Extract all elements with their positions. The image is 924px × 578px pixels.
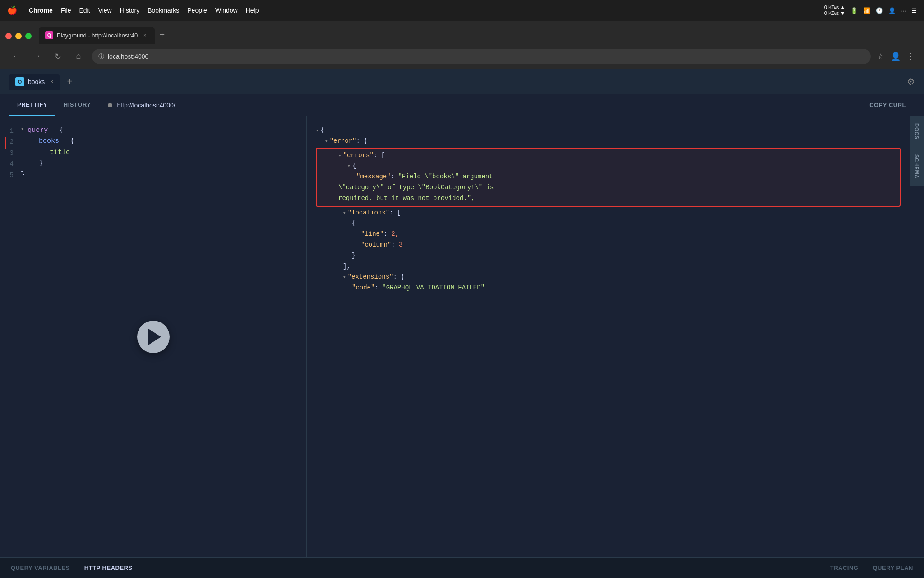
brace-open-2: {	[66, 136, 74, 147]
collapse-arrow-error[interactable]: ▾	[325, 137, 328, 146]
error-colon: : {	[356, 136, 367, 147]
menubar-file[interactable]: File	[61, 7, 71, 14]
errors-key: "errors"	[343, 150, 374, 161]
response-line-loc-close: }	[316, 251, 901, 261]
message-value: "Field \"books\" argument	[398, 172, 493, 182]
home-button[interactable]: ⌂	[71, 49, 86, 64]
column-value: 3	[399, 240, 402, 251]
obj-open-brace: {	[352, 161, 356, 172]
mac-menubar: 🍎 Chrome File Edit View History Bookmark…	[0, 0, 924, 21]
prettify-button[interactable]: PRETTIFY	[9, 94, 55, 116]
field-title: title	[50, 147, 70, 158]
side-panel-buttons: DOCS SCHEMA	[910, 116, 924, 557]
root-brace-open: {	[321, 125, 324, 136]
message-value-cont: \"category\" of type \"BookCategory!\" i…	[338, 182, 494, 193]
line-number-1: 1	[5, 125, 14, 136]
battery-icon: 🔋	[850, 7, 858, 14]
playground-toolbar: PRETTIFY HISTORY http://localhost:4000/ …	[0, 94, 924, 116]
tab-close-button[interactable]: ×	[141, 32, 148, 39]
menubar-view[interactable]: View	[98, 7, 112, 14]
collapse-arrow-extensions[interactable]: ▾	[343, 273, 346, 282]
history-button[interactable]: HISTORY	[55, 94, 99, 116]
apple-icon[interactable]: 🍎	[7, 5, 17, 15]
message-value-end: required, but it was not provided.",	[338, 193, 475, 204]
execute-query-button[interactable]	[137, 321, 170, 353]
loc-obj-close: }	[352, 251, 356, 261]
menubar-bookmarks[interactable]: Bookmarks	[148, 7, 179, 14]
docs-button[interactable]: DOCS	[910, 116, 924, 147]
url-bar[interactable]: ⓘ localhost:4000	[92, 49, 871, 64]
tracing-button[interactable]: TRACING	[830, 564, 859, 571]
response-line-message-end: required, but it was not provided.",	[320, 193, 896, 204]
response-line-root: ▾ {	[316, 125, 901, 136]
playground-tab-add[interactable]: +	[63, 75, 76, 88]
browser-tab[interactable]: Q Playground - http://localhost:40 ×	[39, 27, 155, 44]
collapse-arrow-root[interactable]: ▾	[316, 126, 319, 135]
code-line-5: 5 }	[5, 169, 297, 180]
response-line-message: "message" : "Field \"books\" argument	[320, 172, 896, 182]
line-number-3: 3	[5, 147, 14, 158]
query-editor[interactable]: 1 ▾ query { 2 books { 3 title 4 }	[0, 116, 307, 557]
bookmark-icon[interactable]: ☆	[877, 51, 884, 61]
profile-icon[interactable]: 👤	[891, 51, 901, 61]
response-line-error: ▾ "error" : {	[316, 136, 901, 147]
locations-bracket-close: ],	[343, 261, 351, 272]
schema-button[interactable]: SCHEMA	[910, 147, 924, 186]
back-button[interactable]: ←	[9, 49, 23, 64]
new-tab-button[interactable]: +	[155, 28, 169, 42]
response-line-extensions: ▾ "extensions" : {	[316, 272, 901, 283]
response-line-locations-close: ],	[316, 261, 901, 272]
code-line-2: 2 books {	[5, 136, 297, 147]
errors-bracket-open: : [	[374, 150, 385, 161]
response-line-column: "column" : 3	[316, 240, 901, 251]
menubar-window[interactable]: Window	[215, 7, 238, 14]
playground-tab-close[interactable]: ×	[50, 79, 53, 85]
keyword-books: books	[39, 136, 59, 147]
bottom-bar: QUERY VARIABLES HTTP HEADERS TRACING QUE…	[0, 557, 924, 578]
copy-curl-button[interactable]: COPY CURL	[860, 94, 915, 116]
menubar-right: 0 KB/s ▲0 KB/s ▼ 🔋 📶 🕐 👤 ··· ☰	[824, 5, 917, 16]
forward-button[interactable]: →	[30, 49, 44, 64]
line-key: "line"	[361, 229, 383, 240]
close-traffic-light[interactable]	[5, 33, 12, 39]
locations-key: "locations"	[348, 208, 389, 219]
error-highlight-box: ▾ "errors" : [ ▾ { "message" : "Field \"…	[316, 148, 901, 207]
traffic-lights	[5, 33, 32, 39]
playground-tab-books[interactable]: Q books ×	[9, 74, 60, 90]
menubar-edit[interactable]: Edit	[79, 7, 90, 14]
menubar-people[interactable]: People	[187, 7, 207, 14]
collapse-arrow-obj[interactable]: ▾	[347, 162, 351, 171]
endpoint-dot	[108, 103, 112, 107]
http-headers-button[interactable]: HTTP HEADERS	[84, 564, 133, 571]
fullscreen-traffic-light[interactable]	[25, 33, 32, 39]
query-plan-button[interactable]: QUERY PLAN	[873, 564, 913, 571]
message-colon: :	[391, 172, 398, 182]
response-line-locations: ▾ "locations" : [	[316, 208, 901, 219]
bottom-right-buttons: TRACING QUERY PLAN	[830, 564, 913, 571]
network-stats: 0 KB/s ▲0 KB/s ▼	[824, 5, 845, 16]
minimize-traffic-light[interactable]	[15, 33, 22, 39]
collapse-arrow-errors[interactable]: ▾	[338, 152, 342, 160]
column-colon: :	[391, 240, 399, 251]
menubar-help[interactable]: Help	[246, 7, 259, 14]
response-line-errors: ▾ "errors" : [	[320, 150, 896, 161]
address-bar-actions: ☆ 👤 ⋮	[877, 51, 915, 61]
user-icon: 👤	[888, 7, 896, 14]
tab-title: Playground - http://localhost:40	[57, 32, 138, 39]
clock-icon: 🕐	[876, 7, 883, 14]
collapse-arrow-1[interactable]: ▾	[21, 125, 24, 134]
query-variables-button[interactable]: QUERY VARIABLES	[11, 564, 70, 571]
security-icon: ⓘ	[98, 52, 104, 61]
loc-obj-open: {	[352, 218, 356, 229]
response-panel: ▾ { ▾ "error" : { ▾ "errors" : [ ▾ {	[307, 116, 910, 557]
settings-icon[interactable]: ⚙	[907, 76, 915, 87]
reload-button[interactable]: ↻	[51, 49, 65, 64]
collapse-arrow-locations[interactable]: ▾	[343, 209, 346, 218]
menubar-chrome[interactable]: Chrome	[29, 7, 53, 14]
more-icon: ···	[901, 7, 906, 14]
chrome-tab-bar: Q Playground - http://localhost:40 × +	[0, 21, 924, 44]
playground-container: Q books × + ⚙ PRETTIFY HISTORY http://lo…	[0, 69, 924, 578]
more-options-icon[interactable]: ⋮	[907, 51, 915, 61]
menubar-history[interactable]: History	[120, 7, 140, 14]
locations-bracket: : [	[389, 208, 401, 219]
